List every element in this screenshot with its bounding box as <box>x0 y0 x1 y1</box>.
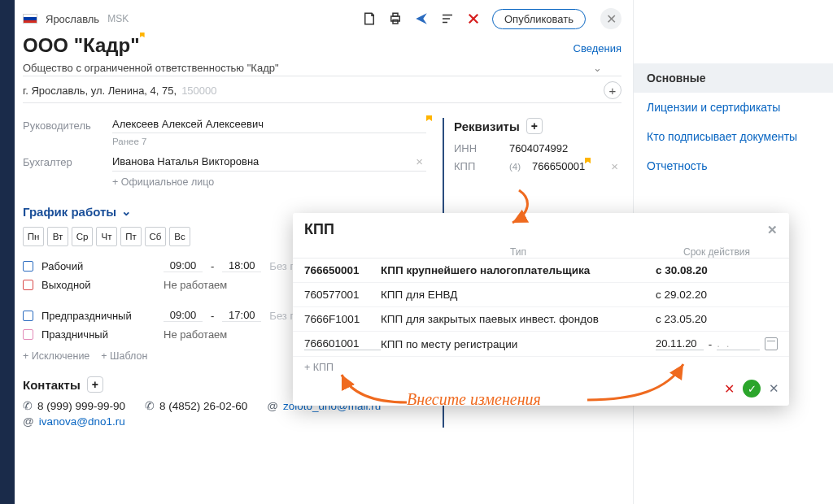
add-official-button[interactable]: Официальное лицо <box>112 176 426 188</box>
rightnav-item[interactable]: Основные <box>634 63 833 93</box>
list-icon[interactable] <box>440 11 455 26</box>
weekday-Вт[interactable]: Вт <box>47 227 68 246</box>
kpp-code: 766650001 <box>304 264 381 276</box>
contact-text: 8 (999) 999-99-90 <box>37 400 125 412</box>
delete-icon[interactable] <box>466 11 481 26</box>
company-fullname[interactable]: Общество с ограниченной ответственностью… <box>23 62 582 74</box>
app-left-rail <box>0 0 15 504</box>
rightnav-item[interactable]: Кто подписывает документы <box>634 122 833 151</box>
weekday-Вс[interactable]: Вс <box>169 227 190 246</box>
publish-button[interactable]: Опубликовать <box>492 9 586 29</box>
contact-item[interactable]: @ivanova@dno1.ru <box>23 415 125 428</box>
city-label[interactable]: Ярославль <box>46 13 99 25</box>
add-address-button[interactable]: + <box>604 81 621 99</box>
kpp-popup: КПП ✕ Тип Срок действия 766650001КПП кру… <box>293 213 789 406</box>
address-text[interactable]: г. Ярославль, ул. Ленина, 4, 75, <box>23 85 177 97</box>
kpp-main-value[interactable]: 766650001 <box>532 160 585 172</box>
email-icon: @ <box>23 415 34 428</box>
add-template-button[interactable]: Шаблон <box>101 350 147 362</box>
requisites-title: Реквизиты <box>454 119 520 133</box>
kpp-cancel-icon[interactable]: ✕ <box>724 381 735 397</box>
phone-icon: ✆ <box>23 399 33 412</box>
kpp-row[interactable]: 7666F1001КПП для закрытых паевых инвест.… <box>293 307 789 332</box>
schedule-nowork: Не работаем <box>164 279 227 291</box>
kpp-code: 760577001 <box>304 289 381 301</box>
kpp-edit-type[interactable]: КПП по месту регистрации <box>381 338 656 350</box>
kpp-date-to-input[interactable]: . . <box>717 337 760 350</box>
schedule-title: График работы <box>23 205 116 219</box>
kpp-code: 7666F1001 <box>304 313 381 325</box>
phone-icon: ✆ <box>145 399 155 412</box>
kpp-term: с 29.02.20 <box>656 289 778 301</box>
kpp-type: КПП для закрытых паевых инвест. фондов <box>381 313 656 325</box>
close-panel-icon[interactable]: ✕ <box>600 8 621 29</box>
kpp-term: с 23.05.20 <box>656 313 778 325</box>
add-contact-button[interactable]: + <box>87 376 103 393</box>
kpp-confirm-button[interactable]: ✓ <box>743 380 761 398</box>
kpp-term: с 30.08.20 <box>656 264 778 276</box>
schedule-checkbox[interactable] <box>23 311 33 321</box>
timezone-label: MSK <box>107 13 129 24</box>
inn-label: ИНН <box>454 142 503 154</box>
head-label: Руководитель <box>23 118 104 132</box>
kpp-close-icon[interactable]: ✕ <box>769 381 779 396</box>
rightnav-item[interactable]: Отчетность <box>634 151 833 180</box>
inn-value: 7604074992 <box>509 142 568 154</box>
time-to-input[interactable]: 18:00 <box>222 259 261 272</box>
clear-kpp-icon[interactable]: × <box>608 159 621 173</box>
add-exception-button[interactable]: Исключение <box>23 350 89 362</box>
accountant-name[interactable]: Иванова Наталья Викторовна <box>112 155 412 167</box>
schedule-label: Рабочий <box>41 260 155 272</box>
head-name[interactable]: Алексеев Алексей Алексеевич <box>112 118 426 130</box>
weekday-Сб[interactable]: Сб <box>145 227 166 246</box>
schedule-label: Выходной <box>41 279 155 291</box>
kpp-type: КПП для ЕНВД <box>381 289 656 301</box>
contact-item[interactable]: ✆8 (999) 999-99-90 <box>23 399 125 412</box>
kpp-count: (4) <box>509 162 521 172</box>
head-previous-hint[interactable]: Ранее 7 <box>112 137 426 146</box>
kpp-row[interactable]: 766650001КПП крупнейшего налогоплательщи… <box>293 259 789 283</box>
schedule-checkbox[interactable] <box>23 261 33 272</box>
schedule-checkbox[interactable] <box>23 280 33 290</box>
kpp-row[interactable]: 760577001КПП для ЕНВДс 29.02.20 <box>293 283 789 307</box>
kpp-edit-row: 766601001 КПП по месту регистрации 20.11… <box>293 332 789 357</box>
info-link[interactable]: Сведения <box>574 42 621 54</box>
add-requisite-button[interactable]: + <box>526 118 543 134</box>
kpp-popup-close-icon[interactable]: ✕ <box>767 223 778 237</box>
send-icon[interactable] <box>414 11 429 26</box>
company-title: ООО "Кадр" <box>23 34 140 57</box>
expand-chevron-icon[interactable]: ⌄ <box>590 62 605 74</box>
weekday-Чт[interactable]: Чт <box>96 227 117 246</box>
schedule-nowork: Не работаем <box>164 328 227 341</box>
weekday-Пн[interactable]: Пн <box>23 227 44 246</box>
add-kpp-button[interactable]: КПП <box>293 357 789 378</box>
zip-placeholder[interactable]: 150000 <box>181 85 216 97</box>
print-icon[interactable] <box>388 11 403 26</box>
kpp-col-type: Тип <box>381 246 656 258</box>
calendar-icon[interactable] <box>765 337 778 350</box>
schedule-label: Праздничный <box>41 328 155 341</box>
weekday-Пт[interactable]: Пт <box>120 227 142 246</box>
kpp-date-from-input[interactable]: 20.11.20 <box>656 337 704 350</box>
note-icon[interactable] <box>362 11 377 26</box>
time-to-input[interactable]: 17:00 <box>222 309 261 322</box>
chevron-down-icon: ⌄ <box>121 204 132 219</box>
kpp-label: КПП <box>454 160 503 172</box>
kpp-edit-code[interactable]: 766601001 <box>304 337 381 350</box>
weekday-Ср[interactable]: Ср <box>72 227 93 246</box>
clear-accountant-icon[interactable]: × <box>412 154 426 168</box>
kpp-col-term: Срок действия <box>656 246 778 258</box>
schedule-checkbox[interactable] <box>23 329 33 340</box>
contact-item[interactable]: ✆8 (4852) 26-02-60 <box>145 399 247 412</box>
time-from-input[interactable]: 09:00 <box>164 259 203 272</box>
schedule-label: Предпраздничный <box>41 310 155 322</box>
accountant-label: Бухгалтер <box>23 154 104 168</box>
kpp-type: КПП крупнейшего налогоплательщика <box>381 264 656 276</box>
email-icon: @ <box>267 400 278 412</box>
contact-text: ivanova@dno1.ru <box>39 415 125 428</box>
top-bar: Ярославль MSK Опубликовать ✕ <box>23 8 633 29</box>
time-from-input[interactable]: 09:00 <box>164 309 203 322</box>
rightnav-item[interactable]: Лицензии и сертификаты <box>634 93 833 122</box>
contacts-title: Контакты <box>23 378 81 392</box>
contact-text: 8 (4852) 26-02-60 <box>159 400 247 412</box>
